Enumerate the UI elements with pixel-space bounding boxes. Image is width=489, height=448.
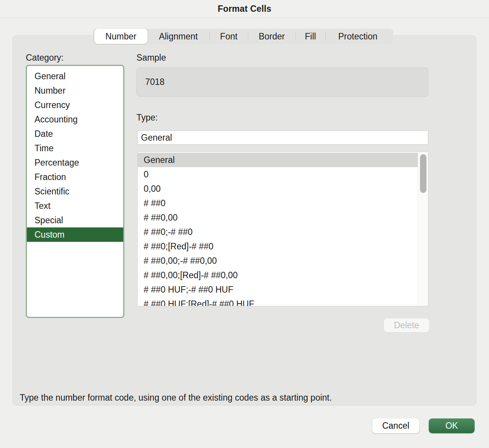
category-item-general[interactable]: General <box>27 69 123 83</box>
tab-protection[interactable]: Protection <box>326 29 390 44</box>
dialog-titlebar: Format Cells <box>0 0 489 18</box>
tab-border[interactable]: Border <box>248 29 295 44</box>
format-code-row[interactable]: # ##0;-# ##0 <box>138 225 428 239</box>
scrollbar-thumb[interactable] <box>420 154 426 193</box>
delete-button[interactable]: Delete <box>384 318 429 332</box>
type-label: Type: <box>136 113 158 123</box>
tab-number[interactable]: Number <box>94 29 147 44</box>
category-item-percentage[interactable]: Percentage <box>27 155 123 170</box>
sample-box: 7018 <box>136 67 428 97</box>
category-item-number[interactable]: Number <box>27 83 123 98</box>
category-item-date[interactable]: Date <box>27 127 123 141</box>
tab-font[interactable]: Font <box>210 29 248 44</box>
category-label: Category: <box>26 53 64 63</box>
category-item-fraction[interactable]: Fraction <box>27 170 123 184</box>
ok-button[interactable]: OK <box>429 418 475 433</box>
tab-alignment[interactable]: Alignment <box>147 29 209 44</box>
category-item-text[interactable]: Text <box>27 199 123 213</box>
sample-value: 7018 <box>137 77 165 87</box>
format-code-row[interactable]: # ##0,00;-# ##0,00 <box>138 254 428 268</box>
cancel-button[interactable]: Cancel <box>372 418 419 433</box>
format-code-list[interactable]: General 0 0,00 # ##0 # ##0,00 # ##0;-# #… <box>137 152 428 306</box>
format-code-row[interactable]: 0 <box>138 167 428 182</box>
scrollbar-track[interactable] <box>418 152 428 306</box>
tab-fill[interactable]: Fill <box>296 29 325 44</box>
dialog-title: Format Cells <box>218 4 271 14</box>
tab-bar: Number Alignment Font Border Fill Protec… <box>93 29 393 44</box>
category-item-special[interactable]: Special <box>27 213 123 227</box>
type-input[interactable] <box>137 130 428 145</box>
category-listbox[interactable]: General Number Currency Accounting Date … <box>26 65 124 318</box>
category-item-time[interactable]: Time <box>27 141 123 155</box>
format-code-row[interactable]: # ##0 HUF;[Red]-# ##0 HUF <box>138 297 428 306</box>
sample-label: Sample <box>136 53 166 63</box>
category-item-custom[interactable]: Custom <box>27 227 123 242</box>
format-code-row[interactable]: # ##0 HUF;-# ##0 HUF <box>138 282 428 297</box>
format-code-row[interactable]: # ##0,00 <box>138 210 428 225</box>
format-code-row[interactable]: # ##0 <box>138 196 428 210</box>
category-item-currency[interactable]: Currency <box>27 98 123 112</box>
format-code-row[interactable]: 0,00 <box>138 182 428 196</box>
category-item-accounting[interactable]: Accounting <box>27 112 123 127</box>
format-code-row[interactable]: # ##0;[Red]-# ##0 <box>138 239 428 254</box>
format-code-row[interactable]: General <box>138 153 428 167</box>
help-text: Type the number format code, using one o… <box>20 393 332 403</box>
format-code-row[interactable]: # ##0,00;[Red]-# ##0,00 <box>138 268 428 282</box>
category-item-scientific[interactable]: Scientific <box>27 184 123 199</box>
